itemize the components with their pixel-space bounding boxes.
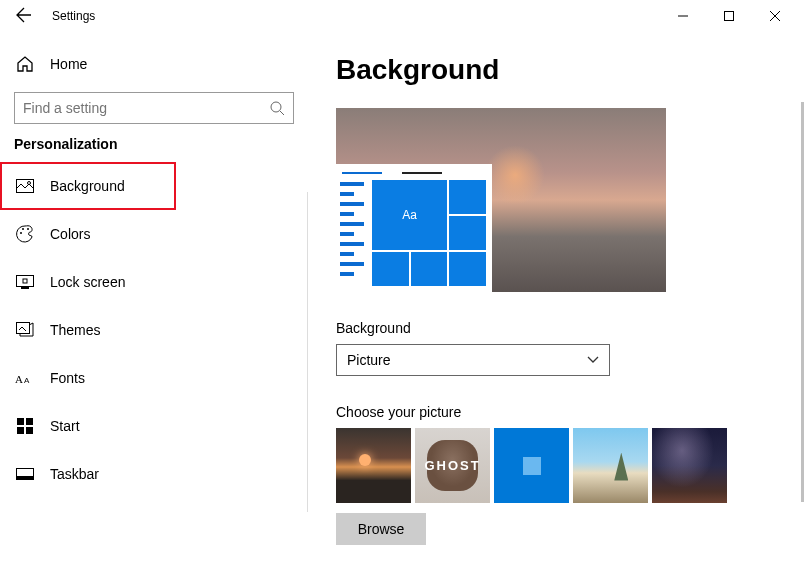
arrow-left-icon bbox=[16, 7, 32, 23]
svg-text:A: A bbox=[15, 373, 23, 385]
svg-rect-0 bbox=[725, 12, 734, 21]
sidebar-item-label: Colors bbox=[50, 226, 90, 242]
palette-icon bbox=[14, 225, 36, 243]
preview-sample-window: Aa bbox=[336, 164, 492, 292]
svg-rect-13 bbox=[17, 418, 24, 425]
search-box[interactable] bbox=[14, 92, 294, 124]
svg-rect-14 bbox=[26, 418, 33, 425]
svg-rect-7 bbox=[17, 276, 34, 287]
sidebar-item-label: Taskbar bbox=[50, 466, 99, 482]
taskbar-icon bbox=[14, 468, 36, 480]
page-title: Background bbox=[336, 54, 782, 86]
sidebar-item-fonts[interactable]: AA Fonts bbox=[0, 354, 308, 402]
background-dropdown[interactable]: Picture bbox=[336, 344, 610, 376]
dropdown-value: Picture bbox=[347, 352, 391, 368]
choose-picture-label: Choose your picture bbox=[336, 404, 782, 420]
picture-thumb-1[interactable] bbox=[336, 428, 411, 503]
picture-icon bbox=[14, 179, 36, 193]
svg-point-3 bbox=[28, 182, 31, 185]
home-icon bbox=[14, 55, 36, 73]
sidebar-item-label: Themes bbox=[50, 322, 101, 338]
home-link[interactable]: Home bbox=[0, 44, 308, 84]
background-label: Background bbox=[336, 320, 782, 336]
sidebar-item-label: Start bbox=[50, 418, 80, 434]
svg-rect-16 bbox=[26, 427, 33, 434]
titlebar: Settings bbox=[0, 0, 806, 32]
home-label: Home bbox=[50, 56, 87, 72]
sidebar-item-taskbar[interactable]: Taskbar bbox=[0, 450, 308, 498]
minimize-icon bbox=[678, 11, 688, 21]
window-title: Settings bbox=[52, 9, 95, 23]
sidebar-item-label: Background bbox=[50, 178, 125, 194]
svg-rect-8 bbox=[21, 287, 29, 289]
maximize-button[interactable] bbox=[706, 0, 752, 32]
close-icon bbox=[770, 11, 780, 21]
scrollbar[interactable] bbox=[801, 102, 804, 502]
svg-rect-18 bbox=[16, 476, 34, 480]
sidebar-item-lock-screen[interactable]: Lock screen bbox=[0, 258, 308, 306]
fonts-icon: AA bbox=[14, 371, 36, 385]
sidebar-item-themes[interactable]: Themes bbox=[0, 306, 308, 354]
picture-thumb-4[interactable] bbox=[573, 428, 648, 503]
sidebar: Home Personalization Background Colors L… bbox=[0, 32, 308, 578]
lock-screen-icon bbox=[14, 275, 36, 289]
svg-point-1 bbox=[271, 102, 281, 112]
start-icon bbox=[14, 418, 36, 434]
chevron-down-icon bbox=[587, 356, 599, 364]
search-icon bbox=[269, 100, 285, 116]
svg-rect-15 bbox=[17, 427, 24, 434]
picture-thumb-5[interactable] bbox=[652, 428, 727, 503]
svg-point-5 bbox=[22, 228, 24, 230]
themes-icon bbox=[14, 322, 36, 338]
svg-point-6 bbox=[27, 228, 29, 230]
back-button[interactable] bbox=[8, 7, 40, 26]
section-header: Personalization bbox=[0, 136, 308, 162]
desktop-preview: Aa bbox=[336, 108, 666, 292]
picture-thumb-2[interactable]: GHOST bbox=[415, 428, 490, 503]
svg-text:A: A bbox=[24, 376, 30, 385]
picture-thumb-3[interactable] bbox=[494, 428, 569, 503]
sidebar-item-start[interactable]: Start bbox=[0, 402, 308, 450]
maximize-icon bbox=[724, 11, 734, 21]
picture-thumbnails: GHOST bbox=[336, 428, 782, 503]
sidebar-item-background[interactable]: Background bbox=[0, 162, 176, 210]
sidebar-item-label: Fonts bbox=[50, 370, 85, 386]
svg-point-4 bbox=[20, 232, 22, 234]
minimize-button[interactable] bbox=[660, 0, 706, 32]
search-input[interactable] bbox=[23, 100, 269, 116]
sidebar-item-colors[interactable]: Colors bbox=[0, 210, 308, 258]
sidebar-item-label: Lock screen bbox=[50, 274, 125, 290]
svg-rect-9 bbox=[23, 279, 27, 283]
main-panel: Background Aa Background bbox=[308, 32, 806, 578]
preview-tile-text: Aa bbox=[372, 180, 447, 250]
browse-button[interactable]: Browse bbox=[336, 513, 426, 545]
close-button[interactable] bbox=[752, 0, 798, 32]
